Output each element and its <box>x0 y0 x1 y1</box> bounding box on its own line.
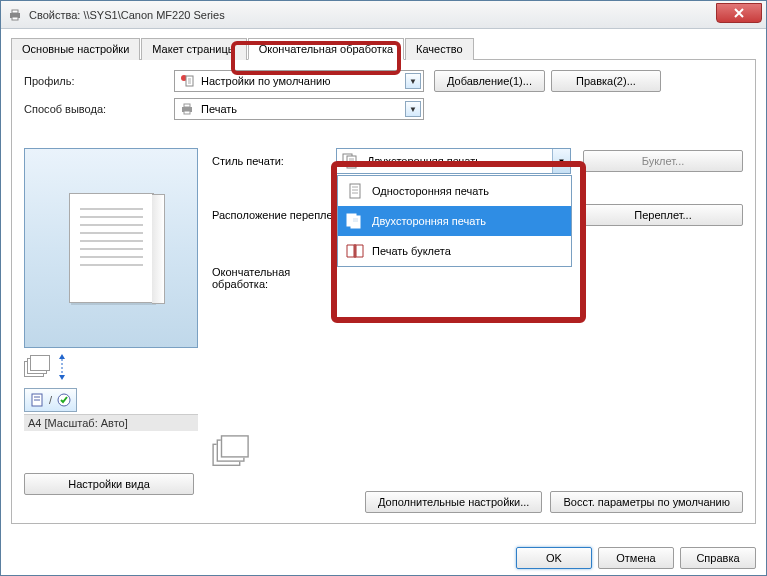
profile-combo[interactable]: Настройки по умолчанию ▼ <box>174 70 424 92</box>
output-value: Печать <box>201 103 237 115</box>
advanced-settings-button[interactable]: Дополнительные настройки... <box>365 491 542 513</box>
finishing-preview <box>212 440 743 464</box>
preview-area: / A4 [Масштаб: Авто] Настройки вида <box>24 148 198 495</box>
tab-layout[interactable]: Макет страницы <box>141 38 246 60</box>
svg-rect-25 <box>351 216 360 228</box>
arrow-up-down-icon <box>58 352 66 382</box>
chevron-down-icon: ▼ <box>405 101 421 117</box>
tab-quality[interactable]: Качество <box>405 38 474 60</box>
print-style-combo[interactable]: Двухсторонняя печать ▼ Односторонняя печ… <box>336 148 571 174</box>
tab-basic[interactable]: Основные настройки <box>11 38 140 60</box>
chevron-down-icon: ▼ <box>405 73 421 89</box>
paper-stack-icon <box>24 355 52 379</box>
tab-finishing[interactable]: Окончательная обработка <box>248 38 404 60</box>
svg-rect-1 <box>12 10 18 13</box>
ok-button[interactable]: OK <box>516 547 592 569</box>
output-combo[interactable]: Печать ▼ <box>174 98 424 120</box>
dialog-footer: OK Отмена Справка <box>516 547 756 569</box>
svg-rect-2 <box>12 17 18 20</box>
printer-icon <box>7 7 23 23</box>
single-page-icon <box>344 181 366 201</box>
help-button[interactable]: Справка <box>680 547 756 569</box>
chevron-down-icon: ▼ <box>552 149 570 173</box>
printer-small-icon <box>179 101 195 117</box>
print-style-row: Стиль печати: Двухсторонняя печать ▼ <box>212 148 743 174</box>
profile-value: Настройки по умолчанию <box>201 75 330 87</box>
edit-profile-button[interactable]: Правка(2)... <box>551 70 661 92</box>
profile-row: Профиль: Настройки по умолчанию ▼ Добавл… <box>24 70 743 92</box>
paper-preview-icon <box>69 193 154 303</box>
option-label: Двухсторонняя печать <box>372 215 486 227</box>
properties-dialog: Свойства: \\SYS1\Canon MF220 Series Осно… <box>0 0 767 576</box>
restore-defaults-button[interactable]: Восст. параметры по умолчанию <box>550 491 743 513</box>
page-icon <box>29 392 45 408</box>
svg-rect-20 <box>350 184 360 198</box>
binding-button[interactable]: Переплет... <box>583 204 743 226</box>
cancel-button[interactable]: Отмена <box>598 547 674 569</box>
right-panel: Стиль печати: Двухсторонняя печать ▼ <box>212 148 743 464</box>
page-check-icon <box>56 392 72 408</box>
print-style-label: Стиль печати: <box>212 155 336 167</box>
option-label: Односторонняя печать <box>372 185 489 197</box>
tab-body: Профиль: Настройки по умолчанию ▼ Добавл… <box>11 60 756 524</box>
duplex-icon <box>341 152 361 170</box>
svg-rect-9 <box>184 104 190 107</box>
option-double-sided[interactable]: Двухсторонняя печать <box>338 206 571 236</box>
titlebar: Свойства: \\SYS1\Canon MF220 Series <box>1 1 766 29</box>
booklet-icon <box>344 241 366 261</box>
profile-icon <box>179 73 195 89</box>
bottom-buttons: Дополнительные настройки... Восст. парам… <box>365 491 743 513</box>
tab-strip: Основные настройки Макет страницы Оконча… <box>11 37 756 60</box>
window-title: Свойства: \\SYS1\Canon MF220 Series <box>29 9 225 21</box>
binding-label: Расположение переплета: <box>212 209 336 221</box>
output-label: Способ вывода: <box>24 103 174 115</box>
preview-status: A4 [Масштаб: Авто] <box>24 414 198 431</box>
option-label: Печать буклета <box>372 245 451 257</box>
duplex-icon <box>344 211 366 231</box>
close-button[interactable] <box>716 3 762 23</box>
print-style-value: Двухсторонняя печать <box>367 155 481 167</box>
svg-rect-17 <box>347 156 356 168</box>
option-single-sided[interactable]: Односторонняя печать <box>338 176 571 206</box>
output-row: Способ вывода: Печать ▼ <box>24 98 743 120</box>
profile-label: Профиль: <box>24 75 174 87</box>
option-booklet[interactable]: Печать буклета <box>338 236 571 266</box>
svg-rect-10 <box>184 111 190 114</box>
add-profile-button[interactable]: Добавление(1)... <box>434 70 545 92</box>
print-style-dropdown: Односторонняя печать Двухсторонняя печат… <box>337 175 572 267</box>
preview-box <box>24 148 198 348</box>
booklet-button[interactable]: Буклет... <box>583 150 743 172</box>
preview-mode-toggle[interactable]: / <box>24 388 77 412</box>
content-area: Основные настройки Макет страницы Оконча… <box>1 29 766 535</box>
finishing-row: Окончательная обработка: <box>212 266 743 290</box>
view-settings-button[interactable]: Настройки вида <box>24 473 194 495</box>
finishing-label: Окончательная обработка: <box>212 266 342 290</box>
